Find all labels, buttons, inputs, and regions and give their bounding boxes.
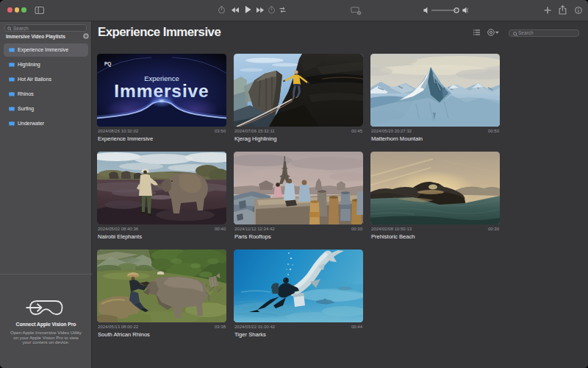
svg-text:PQ: PQ bbox=[104, 61, 111, 67]
svg-text:Immersive: Immersive bbox=[114, 81, 209, 101]
